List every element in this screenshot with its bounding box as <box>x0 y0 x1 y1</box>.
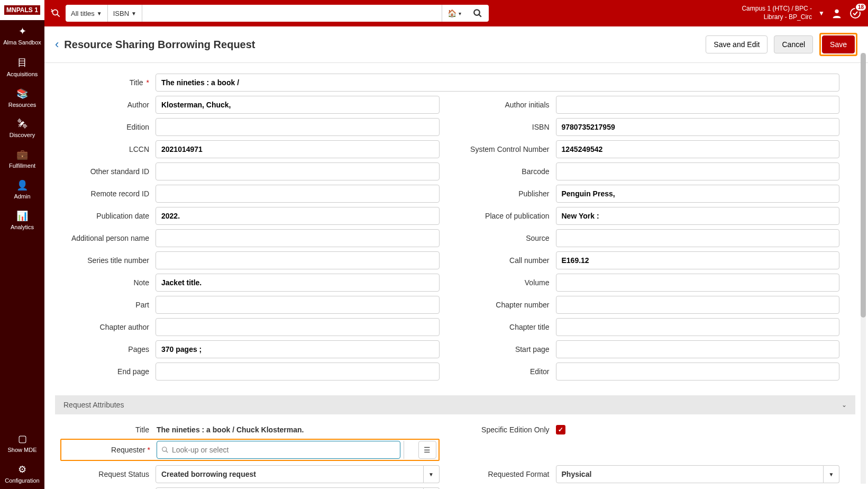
search-icon <box>161 446 169 454</box>
additional-person-input[interactable] <box>156 229 440 247</box>
requester-lookup[interactable] <box>157 441 400 459</box>
requester-input[interactable] <box>172 446 396 454</box>
caret-down-icon[interactable]: ▼ <box>424 465 440 483</box>
section-request-attributes[interactable]: Request Attributes ⌄ <box>55 395 855 414</box>
sidebar-label: Resources <box>8 102 36 108</box>
requester-label: Requester * <box>61 446 157 454</box>
author-initials-label: Author initials <box>461 101 556 109</box>
sidebar-item-configuration[interactable]: ⚙ Configuration <box>0 458 44 489</box>
sidebar-item-acquisitions[interactable]: 目 Acquisitions <box>0 51 44 83</box>
user-line1: Campus 1 (HTC) / BPC - <box>742 5 812 13</box>
sidebar-item-discovery[interactable]: 🛰 Discovery <box>0 113 44 143</box>
caret-down-icon[interactable]: ▼ <box>824 465 839 483</box>
search-button[interactable] <box>467 5 489 22</box>
request-status-label: Request Status <box>60 470 156 478</box>
publisher-input[interactable] <box>556 185 840 203</box>
system-control-input[interactable] <box>556 140 840 158</box>
part-label: Part <box>60 301 156 309</box>
request-status-select[interactable]: Created borrowing request <box>156 465 424 483</box>
sidebar-item-fulfillment[interactable]: 💼 Fulfillment <box>0 143 44 174</box>
star-icon: ✦ <box>19 25 26 37</box>
search-scope[interactable]: 🏠 ▾ <box>442 5 467 22</box>
editor-input[interactable] <box>556 363 840 381</box>
barcode-input[interactable] <box>556 162 840 180</box>
user-icon[interactable] <box>831 7 843 19</box>
chapter-number-input[interactable] <box>556 296 840 314</box>
sidebar-label: Show MDE <box>7 447 36 453</box>
list-icon: ☰ <box>424 446 431 454</box>
requester-extra[interactable] <box>404 441 415 459</box>
chevron-down-icon: ⌄ <box>842 401 847 409</box>
save-button[interactable]: Save <box>822 35 855 53</box>
caret-down-icon: ▼ <box>97 11 102 16</box>
requested-format-label: Requested Format <box>461 470 556 478</box>
sidebar: MNPALS 1 ✦ Alma Sandbox 目 Acquisitions 📚… <box>0 0 44 489</box>
pages-input[interactable] <box>156 340 440 358</box>
sidebar-item-admin[interactable]: 👤 Admin <box>0 174 44 205</box>
isbn-input[interactable] <box>556 118 840 136</box>
start-page-input[interactable] <box>556 340 840 358</box>
sidebar-item-analytics[interactable]: 📊 Analytics <box>0 205 44 236</box>
attr-title-label: Title <box>60 425 156 434</box>
tasks-icon[interactable]: 18 <box>849 7 862 20</box>
search-filter-titles[interactable]: All titles ▼ <box>66 5 108 22</box>
chapter-author-input[interactable] <box>156 318 440 336</box>
sidebar-label: Analytics <box>11 224 34 230</box>
user-location[interactable]: Campus 1 (HTC) / BPC - Library - BP_Circ <box>742 5 812 21</box>
home-icon: 🏠 <box>447 9 456 17</box>
svg-point-4 <box>835 10 838 13</box>
sidebar-item-alma-sandbox[interactable]: ✦ Alma Sandbox <box>0 20 44 51</box>
other-standard-id-label: Other standard ID <box>60 167 156 176</box>
scrollbar[interactable] <box>861 53 866 484</box>
filter-label: All titles <box>71 10 95 17</box>
pages-label: Pages <box>60 345 156 354</box>
volume-input[interactable] <box>556 274 840 292</box>
caret-down-icon[interactable]: ▼ <box>818 10 825 17</box>
save-highlight: Save <box>819 33 857 56</box>
topbar: All titles ▼ ISBN ▼ 🏠 ▾ Campus 1 (HTC <box>44 0 868 26</box>
author-initials-input[interactable] <box>556 96 840 114</box>
system-control-label: System Control Number <box>461 145 556 153</box>
place-of-publication-input[interactable] <box>556 207 840 225</box>
note-input[interactable] <box>156 274 440 292</box>
ladder-icon: 目 <box>17 56 27 69</box>
edition-input[interactable] <box>156 118 440 136</box>
back-icon[interactable]: ‹ <box>55 38 59 51</box>
scrollbar-thumb[interactable] <box>861 53 866 318</box>
caret-down-icon: ▼ <box>131 11 136 16</box>
gear-icon: ⚙ <box>18 464 26 475</box>
title-label: Title * <box>60 78 156 87</box>
chapter-title-input[interactable] <box>556 318 840 336</box>
page-header: ‹ Resource Sharing Borrowing Request Sav… <box>44 26 868 63</box>
publisher-label: Publisher <box>461 189 556 198</box>
wallet-icon: 💼 <box>16 149 28 160</box>
requested-format-select[interactable]: Physical <box>556 465 824 483</box>
badge-count: 18 <box>855 3 867 12</box>
end-page-input[interactable] <box>156 363 440 381</box>
specific-edition-checkbox[interactable]: ✓ <box>556 425 565 434</box>
caret-down-icon: ▾ <box>459 11 461 16</box>
remote-record-id-input[interactable] <box>156 185 440 203</box>
svg-line-3 <box>479 14 481 17</box>
requester-list-button[interactable]: ☰ <box>418 441 436 459</box>
series-title-number-input[interactable] <box>156 251 440 269</box>
save-and-edit-button[interactable]: Save and Edit <box>706 35 768 53</box>
attr-title-value: The nineties : a book / Chuck Klosterman… <box>156 425 440 434</box>
sidebar-label: Alma Sandbox <box>3 39 41 46</box>
persistent-search-icon[interactable] <box>51 8 61 19</box>
title-input[interactable] <box>156 74 839 92</box>
sidebar-item-show-mde[interactable]: ▢ Show MDE <box>0 428 44 458</box>
author-input[interactable] <box>156 96 440 114</box>
sidebar-item-resources[interactable]: 📚 Resources <box>0 83 44 113</box>
content: Title * Author Author initials Edition <box>44 63 868 489</box>
search-filter-isbn[interactable]: ISBN ▼ <box>108 5 142 22</box>
lccn-input[interactable] <box>156 140 440 158</box>
publication-date-input[interactable] <box>156 207 440 225</box>
other-standard-id-input[interactable] <box>156 162 440 180</box>
search-group: All titles ▼ ISBN ▼ 🏠 ▾ <box>66 5 489 22</box>
source-input[interactable] <box>556 229 840 247</box>
cancel-button[interactable]: Cancel <box>774 35 813 53</box>
part-input[interactable] <box>156 296 440 314</box>
call-number-input[interactable] <box>556 251 840 269</box>
source-label: Source <box>461 234 556 242</box>
